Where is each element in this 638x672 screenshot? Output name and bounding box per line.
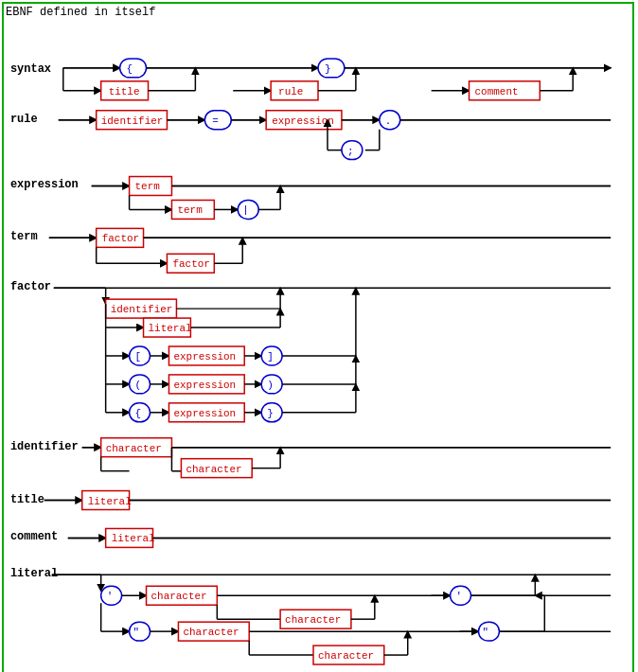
factor-lparen: ( — [135, 380, 142, 391]
svg-rect-5 — [318, 59, 345, 78]
expression-term1: term — [135, 181, 161, 192]
literal-char-sq2: character — [285, 614, 341, 626]
main-container: EBNF defined in itself syntax { } title — [2, 2, 634, 672]
factor-lbrace: { — [135, 408, 142, 419]
comment-label: comment — [10, 530, 58, 543]
term-factor2: factor — [172, 258, 209, 270]
syntax-lbrace: { — [127, 63, 133, 75]
rule-label: rule — [10, 113, 38, 126]
rule-identifier: identifier — [101, 115, 164, 127]
expression-label: expression — [10, 178, 79, 191]
syntax-label: syntax — [10, 62, 51, 76]
rule-expression: expression — [272, 115, 334, 127]
factor-rparen: ) — [267, 380, 274, 391]
factor-literal: literal — [149, 323, 192, 334]
literal-char-sq1: character — [151, 591, 207, 602]
syntax-title: title — [109, 86, 140, 97]
expression-term2: term — [177, 204, 203, 216]
title-bar: EBNF defined in itself — [6, 6, 630, 19]
factor-lbracket: [ — [135, 351, 142, 363]
rule-eq: = — [212, 115, 219, 127]
factor-expr-bracket: expression — [173, 351, 236, 363]
factor-identifier: identifier — [111, 304, 173, 315]
literal-dquote1: " — [133, 627, 140, 638]
comment-literal: literal — [112, 533, 155, 544]
literal-squote1: ' — [107, 591, 114, 602]
literal-char-dq1: character — [183, 627, 239, 638]
svg-rect-3 — [120, 59, 147, 78]
title-label: title — [10, 493, 44, 506]
identifier-char1: character — [106, 443, 162, 454]
factor-rbrace: } — [267, 408, 274, 419]
factor-label: factor — [10, 280, 51, 293]
syntax-rule: rule — [278, 86, 303, 97]
rule-dot: . — [385, 115, 392, 127]
factor-expr-brace: expression — [173, 408, 236, 419]
literal-label: literal — [10, 567, 58, 580]
factor-expr-paren: expression — [173, 380, 236, 391]
syntax-rbrace: } — [325, 63, 331, 75]
identifier-char2: character — [186, 464, 241, 475]
expression-pipe: | — [242, 204, 249, 216]
term-label: term — [10, 230, 38, 243]
literal-dquote2: " — [482, 627, 488, 638]
title-literal: literal — [88, 496, 132, 507]
term-factor1: factor — [102, 233, 139, 244]
rule-semi: ; — [347, 146, 354, 157]
literal-char-dq2: character — [318, 650, 374, 662]
literal-squote2: ' — [456, 591, 463, 602]
identifier-label: identifier — [10, 440, 79, 453]
factor-rbracket: ] — [267, 351, 274, 363]
syntax-comment: comment — [475, 86, 519, 97]
